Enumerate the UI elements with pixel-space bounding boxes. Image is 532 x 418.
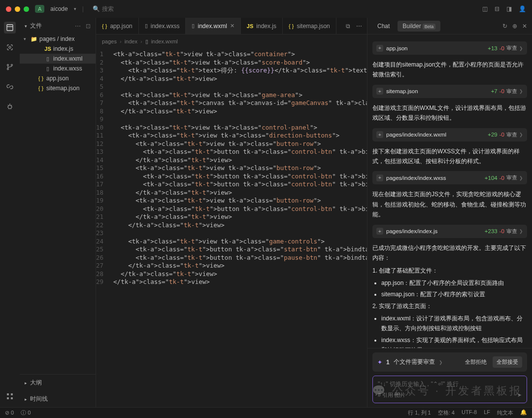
- file-tree: ▾📁pages / indexJSindex.js▯index.wxml▯ind…: [20, 34, 96, 374]
- chat-body: +app.json+13-0审查❯创建项目的sitemap.json文件，配置小…: [367, 35, 532, 348]
- global-search[interactable]: 🔍 搜索: [93, 5, 114, 13]
- more-icon[interactable]: ⋯: [75, 23, 81, 30]
- bell-icon[interactable]: 🔔: [520, 409, 527, 417]
- outline-section[interactable]: ▸大纲: [20, 375, 96, 391]
- file-chip[interactable]: +sitemap.json+7-0审查❯: [372, 85, 527, 98]
- ai-panel: Chat BuilderBeta ↻ ⊕ ✕ +app.json+13-0审查❯…: [367, 18, 532, 407]
- explorer-panel: ▾ 文件 ⋯ ⊡ ▾📁pages / indexJSindex.js▯index…: [20, 18, 96, 407]
- accept-all-button[interactable]: 全部接受: [493, 356, 522, 368]
- crumb[interactable]: pages: [102, 38, 117, 44]
- scan-icon[interactable]: [4, 41, 16, 53]
- chat-input[interactable]: "↑↓" 切换历史输入，"⌃⏎" 换行 # 引用 图片➤: [372, 376, 527, 403]
- editor-area: { }app.json▯index.wxss▯index.wxml✕JSinde…: [96, 18, 367, 407]
- statusbar: ⊘ 0 ⓘ 0 行 1, 列 1 空格: 4 UTF-8 LF 纯文本 🔔: [0, 407, 532, 418]
- crumb[interactable]: index: [125, 38, 137, 44]
- collapse-icon[interactable]: ⊡: [86, 23, 91, 30]
- search-icon: 🔍: [93, 5, 100, 12]
- minimize-window-icon[interactable]: [15, 6, 20, 12]
- panel-header: ▾ 文件 ⋯ ⊡: [20, 18, 96, 34]
- file-item[interactable]: ▯index.wxml: [20, 54, 96, 64]
- encoding[interactable]: UTF-8: [462, 409, 477, 417]
- breadcrumb: pages› index› ▯ index.wxml: [96, 35, 367, 48]
- svg-rect-9: [11, 397, 13, 399]
- plus-icon: +: [376, 88, 383, 95]
- close-icon[interactable]: ✕: [522, 23, 527, 30]
- new-chat-icon[interactable]: ⊕: [512, 23, 517, 30]
- user-icon[interactable]: 👤: [519, 5, 526, 12]
- compare-icon[interactable]: ⧉: [346, 23, 350, 30]
- file-chip[interactable]: +pages/index/index.js+233-0审查❯: [372, 225, 527, 238]
- history-icon[interactable]: ↻: [502, 23, 507, 30]
- plus-icon: +: [376, 228, 383, 235]
- panel-left-icon[interactable]: ◫: [482, 5, 488, 12]
- debug-icon[interactable]: [4, 101, 16, 112]
- layout-toggles: ◫ ⊟ ◨ 👤: [482, 5, 526, 12]
- svg-point-2: [7, 65, 9, 66]
- apps-icon[interactable]: [4, 390, 16, 402]
- link-icon[interactable]: [4, 81, 16, 93]
- doc-icon: ▯: [145, 38, 148, 45]
- file-chip[interactable]: +app.json+13-0审查❯: [372, 41, 527, 55]
- svg-point-1: [9, 46, 11, 48]
- file-chip[interactable]: +pages/index/index.wxss+104-0审查❯: [372, 171, 527, 184]
- svg-point-3: [7, 69, 9, 70]
- tab-chat[interactable]: Chat: [372, 21, 395, 32]
- panel-title: 文件: [30, 22, 42, 30]
- editor-tab[interactable]: JSindex.js: [241, 18, 283, 34]
- lang-mode[interactable]: 纯文本: [497, 409, 513, 417]
- editor-tab[interactable]: ▯index.wxss: [139, 18, 186, 34]
- file-item[interactable]: { }app.json: [20, 73, 96, 83]
- titlebar: A aicode ▾ | 🔍 搜索 ◫ ⊟ ◨ 👤: [0, 0, 532, 18]
- file-chip[interactable]: +pages/index/index.wxml+29-0审查❯: [372, 128, 527, 141]
- chevron-right-icon[interactable]: ❯: [439, 360, 443, 365]
- maximize-window-icon[interactable]: [24, 6, 29, 12]
- send-icon[interactable]: ➤: [517, 392, 522, 398]
- explorer-icon[interactable]: [4, 22, 16, 34]
- app-name: aicode: [50, 5, 67, 12]
- file-item[interactable]: JSindex.js: [20, 44, 96, 54]
- review-bar: ✦ 1 个文件需要审查 ❯ 全部拒绝 全部接受: [372, 352, 527, 372]
- editor-tab[interactable]: ▯index.wxml✕: [186, 18, 240, 34]
- plus-icon: +: [376, 174, 383, 181]
- status-warnings[interactable]: ⓘ 0: [21, 409, 31, 417]
- code-editor[interactable]: 1 2 3 4 5 6 7 8 9 10 11 12 13 14 15 16 1…: [96, 48, 367, 407]
- editor-tab[interactable]: { }app.json: [96, 18, 139, 34]
- file-item[interactable]: { }sitemap.json: [20, 83, 96, 93]
- cursor-pos[interactable]: 行 1, 列 1: [408, 409, 431, 417]
- editor-tabs: { }app.json▯index.wxss▯index.wxml✕JSinde…: [96, 18, 367, 35]
- svg-rect-0: [7, 25, 13, 31]
- plus-icon: +: [376, 131, 383, 138]
- svg-rect-8: [7, 397, 9, 399]
- attach-hint[interactable]: # 引用 图片➤: [378, 391, 522, 399]
- side-tabs: Chat BuilderBeta ↻ ⊕ ✕: [367, 18, 532, 35]
- chevron-down-icon[interactable]: ▾: [25, 24, 27, 29]
- svg-rect-6: [7, 393, 9, 395]
- folder-item[interactable]: ▾📁pages / index: [20, 34, 96, 44]
- plus-icon: +: [376, 45, 383, 52]
- tab-builder[interactable]: BuilderBeta: [398, 21, 440, 32]
- timeline-section[interactable]: ▸时间线: [20, 391, 96, 407]
- reject-all-button[interactable]: 全部拒绝: [461, 356, 491, 368]
- window-controls: [6, 6, 29, 12]
- eol[interactable]: LF: [484, 409, 490, 417]
- activity-bar: [0, 18, 20, 407]
- more-icon[interactable]: ⋯: [356, 23, 362, 30]
- close-window-icon[interactable]: [6, 6, 11, 12]
- svg-point-5: [8, 105, 12, 109]
- file-item[interactable]: ▯index.wxss: [20, 64, 96, 73]
- panel-bottom-icon[interactable]: ⊟: [495, 5, 499, 12]
- chevron-down-icon[interactable]: ▾: [74, 6, 76, 11]
- indent[interactable]: 空格: 4: [438, 409, 455, 417]
- crumb[interactable]: index.wxml: [151, 38, 178, 44]
- status-errors[interactable]: ⊘ 0: [5, 410, 14, 416]
- svg-point-4: [11, 65, 13, 66]
- panel-right-icon[interactable]: ◨: [506, 5, 512, 12]
- svg-rect-7: [11, 393, 13, 395]
- sparkle-icon: ✦: [377, 359, 382, 366]
- close-icon[interactable]: ✕: [230, 23, 234, 29]
- branch-icon[interactable]: [4, 61, 16, 73]
- app-badge: A: [35, 5, 44, 13]
- editor-tab[interactable]: { }sitemap.json: [283, 18, 336, 34]
